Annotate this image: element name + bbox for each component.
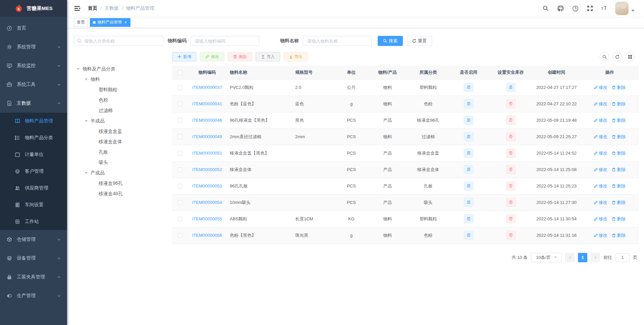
export-button[interactable]: 导出 bbox=[283, 52, 308, 61]
row-checkbox[interactable] bbox=[178, 118, 182, 123]
row-checkbox[interactable] bbox=[178, 134, 182, 139]
sidebar-item-workstation[interactable]: 工作站 bbox=[0, 213, 67, 230]
row-edit-link[interactable]: 修改 bbox=[594, 101, 607, 107]
sidebar-item-equipment[interactable]: 设备管理 bbox=[0, 249, 67, 268]
prev-page-button[interactable] bbox=[565, 253, 575, 262]
caret-down-icon[interactable] bbox=[85, 120, 88, 122]
caret-down-icon[interactable] bbox=[85, 172, 88, 174]
caret-down-icon[interactable] bbox=[76, 68, 80, 70]
breadcrumb-home[interactable]: 首页 bbox=[88, 5, 97, 11]
sidebar-item-home[interactable]: 首页 bbox=[0, 19, 67, 38]
font-size-icon[interactable]: TT bbox=[599, 3, 610, 14]
sidebar-item-material-product-category[interactable]: 物料产品分类 bbox=[0, 129, 67, 146]
sidebar-item-tooling-fixture[interactable]: 工装夹具管理 bbox=[0, 268, 67, 286]
material-code-link[interactable]: ITEM00000052 bbox=[192, 167, 222, 172]
material-code-link[interactable]: ITEM00000051 bbox=[192, 151, 222, 156]
tree-node-leaf[interactable]: 孔板 bbox=[74, 147, 168, 157]
tree-node-leaf[interactable]: 移液盒盒盖 bbox=[74, 126, 168, 137]
sidebar-item-customer-mgmt[interactable]: 客户管理 bbox=[0, 163, 67, 180]
sidebar-item-workshop-settings[interactable]: 车间设置 bbox=[0, 197, 67, 213]
github-icon[interactable] bbox=[555, 3, 566, 14]
row-checkbox[interactable] bbox=[178, 102, 182, 106]
material-code-link[interactable]: ITEM00000049 bbox=[192, 134, 222, 139]
row-checkbox[interactable] bbox=[178, 233, 182, 238]
delete-button[interactable]: 删除 bbox=[228, 52, 252, 61]
tag-close-icon[interactable]: × bbox=[124, 20, 127, 25]
app-logo[interactable]: K 苦糖果MES bbox=[0, 0, 67, 17]
sidebar-item-system-tools[interactable]: 系统工具 bbox=[0, 75, 67, 94]
material-code-link[interactable]: ITEM00000037 bbox=[192, 85, 222, 90]
tag-home[interactable]: 首页 bbox=[74, 18, 88, 27]
tree-node-leaf[interactable]: 塑料颗粒 bbox=[74, 85, 168, 95]
current-page[interactable]: 1 bbox=[578, 253, 587, 262]
search-toggle-icon[interactable] bbox=[600, 52, 609, 61]
tree-node-material[interactable]: 物料 bbox=[74, 74, 168, 85]
sidebar-item-system-admin[interactable]: 系统管理 bbox=[0, 38, 67, 56]
help-icon[interactable] bbox=[570, 3, 581, 14]
sidebar-item-material-product-mgmt[interactable]: 物料产品管理 bbox=[0, 113, 67, 129]
material-code-link[interactable]: ITEM00000046 bbox=[192, 118, 222, 123]
columns-icon[interactable] bbox=[625, 52, 635, 61]
refresh-icon[interactable] bbox=[612, 52, 622, 61]
page-size-select[interactable]: 10条/页 bbox=[531, 253, 562, 262]
tag-material-product-mgmt[interactable]: 物料产品管理 × bbox=[90, 18, 130, 27]
tree-node-leaf[interactable]: 过滤棉 bbox=[74, 105, 168, 116]
category-search-input[interactable] bbox=[74, 36, 163, 46]
row-checkbox[interactable] bbox=[178, 217, 182, 221]
avatar[interactable] bbox=[615, 2, 629, 15]
row-edit-link[interactable]: 修改 bbox=[594, 134, 607, 140]
sidebar-item-production[interactable]: 生产管理 bbox=[0, 286, 67, 305]
add-button[interactable]: 新增 bbox=[172, 52, 197, 61]
sidebar-item-supplier-mgmt[interactable]: 供应商管理 bbox=[0, 180, 67, 197]
row-delete-link[interactable]: 删除 bbox=[612, 200, 626, 206]
edit-button[interactable]: 修改 bbox=[200, 52, 224, 61]
search-button[interactable]: 搜索 bbox=[378, 36, 403, 46]
tree-node-leaf[interactable]: 移液盒48孔 bbox=[74, 188, 168, 199]
row-edit-link[interactable]: 修改 bbox=[594, 150, 607, 156]
material-name-input[interactable] bbox=[303, 36, 372, 46]
row-delete-link[interactable]: 删除 bbox=[612, 183, 626, 189]
row-edit-link[interactable]: 修改 bbox=[594, 216, 607, 222]
breadcrumb-master-data[interactable]: 主数据 bbox=[105, 5, 119, 11]
row-delete-link[interactable]: 删除 bbox=[612, 101, 626, 107]
search-icon[interactable] bbox=[540, 3, 551, 14]
row-edit-link[interactable]: 修改 bbox=[594, 200, 607, 206]
material-code-link[interactable]: ITEM00000053 bbox=[192, 183, 222, 188]
goto-page-input[interactable] bbox=[615, 253, 630, 262]
row-checkbox[interactable] bbox=[178, 184, 182, 188]
import-button[interactable]: 导入 bbox=[256, 52, 280, 61]
sidebar-item-master-data[interactable]: 主数据 bbox=[0, 94, 67, 113]
row-checkbox[interactable] bbox=[178, 200, 182, 205]
sidebar-toggle-icon[interactable] bbox=[74, 5, 80, 12]
row-delete-link[interactable]: 删除 bbox=[612, 85, 626, 91]
material-code-link[interactable]: ITEM00000056 bbox=[192, 233, 222, 238]
sidebar-item-system-monitor[interactable]: 系统监控 bbox=[0, 56, 67, 75]
tree-node-leaf[interactable]: 移液盒96孔 bbox=[74, 178, 168, 188]
row-delete-link[interactable]: 删除 bbox=[612, 150, 626, 156]
row-delete-link[interactable]: 删除 bbox=[612, 167, 626, 173]
row-delete-link[interactable]: 删除 bbox=[612, 232, 626, 238]
tree-node-root[interactable]: 物料及产品分类 bbox=[74, 64, 168, 74]
row-edit-link[interactable]: 修改 bbox=[594, 183, 607, 189]
row-edit-link[interactable]: 修改 bbox=[594, 85, 607, 91]
row-delete-link[interactable]: 删除 bbox=[612, 134, 626, 140]
tree-node-leaf[interactable]: 吸头 bbox=[74, 157, 168, 168]
row-delete-link[interactable]: 删除 bbox=[612, 117, 626, 123]
next-page-button[interactable] bbox=[591, 253, 600, 262]
select-all-checkbox[interactable] bbox=[178, 70, 182, 75]
row-delete-link[interactable]: 删除 bbox=[612, 216, 626, 222]
row-checkbox[interactable] bbox=[178, 85, 182, 90]
caret-down-icon[interactable] bbox=[85, 78, 88, 80]
tree-node-finished[interactable]: 产成品 bbox=[74, 168, 168, 178]
material-code-link[interactable]: ITEM00000054 bbox=[192, 200, 222, 205]
tree-node-semi-finished[interactable]: 半成品 bbox=[74, 116, 168, 126]
tree-node-leaf[interactable]: 色粉 bbox=[74, 95, 168, 105]
user-menu[interactable] bbox=[615, 2, 635, 15]
reset-button[interactable]: 重置 bbox=[407, 36, 432, 46]
tree-node-leaf[interactable]: 移液盒盒体 bbox=[74, 137, 168, 147]
row-edit-link[interactable]: 修改 bbox=[594, 117, 607, 123]
material-code-input[interactable] bbox=[191, 36, 259, 46]
sidebar-item-measure-unit[interactable]: 计量单位 bbox=[0, 146, 67, 163]
row-edit-link[interactable]: 修改 bbox=[594, 167, 607, 173]
row-edit-link[interactable]: 修改 bbox=[594, 232, 607, 238]
